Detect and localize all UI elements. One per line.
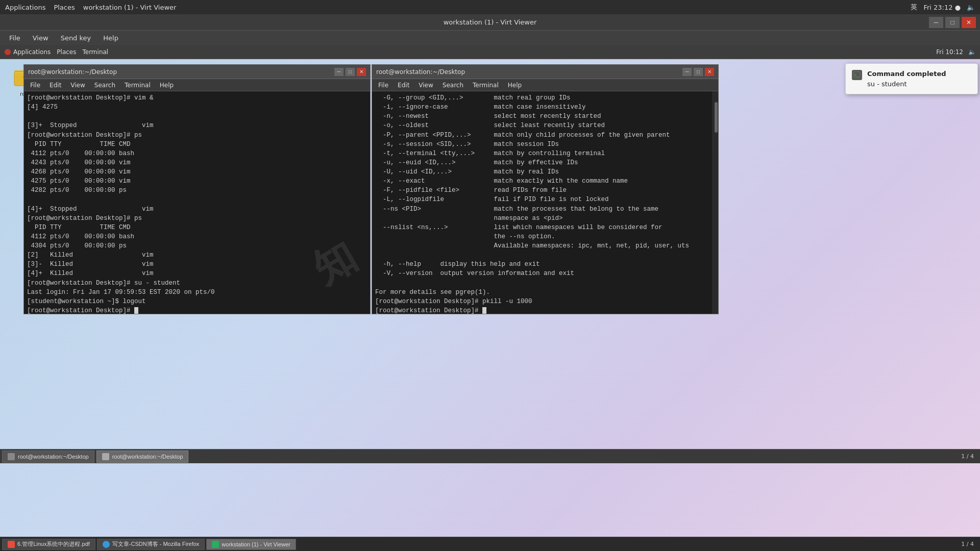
pdf-icon [8, 541, 15, 548]
notification-terminal-icon: >_ [852, 70, 862, 80]
taskbar-btn-terminal2[interactable]: root@workstation:~/Desktop [96, 450, 189, 463]
tmenu-terminal-right[interactable]: Terminal [469, 81, 503, 89]
svg-text:>_: >_ [854, 73, 859, 77]
terminal-controls-right: ─ □ ✕ [682, 68, 714, 76]
tmenu-edit-left[interactable]: Edit [45, 81, 65, 89]
guest-apps-icon-area: Applications [4, 48, 51, 56]
taskbar-terminal2-icon [102, 453, 109, 460]
guest-places[interactable]: Places [57, 48, 76, 56]
close-button[interactable]: ✕ [962, 17, 976, 28]
terminals-container: root@workstation:~/Desktop ─ □ ✕ File Ed… [23, 64, 719, 314]
terminal-body-left[interactable]: [root@workstation Desktop]# vim & [4] 42… [24, 91, 370, 314]
host-taskbar: 6.管理Linux系统中的进程.pdf 写文章-CSDN博客 - Mozilla… [0, 537, 980, 551]
language-indicator: 英 [911, 3, 917, 12]
tmenu-terminal-left[interactable]: Terminal [120, 81, 155, 89]
menu-file[interactable]: File [4, 33, 26, 43]
guest-taskbar-bar: root@workstation:~/Desktop root@workstat… [0, 449, 980, 463]
minimize-button[interactable]: ─ [929, 17, 943, 28]
taskbar-btn-firefox[interactable]: 写文章-CSDN博客 - Mozilla Firefox [97, 539, 205, 550]
firefox-icon [103, 541, 110, 548]
terminal-scroll-area-right: -G, --group <GID,...> match real group I… [372, 91, 718, 314]
terminal-close-left[interactable]: ✕ [357, 68, 366, 76]
desktop-area: root Trash >_ Command completed su - stu… [0, 59, 980, 478]
window-title-text: workstation (1) - Virt Viewer [444, 18, 537, 26]
window-controls: ─ □ ✕ [929, 17, 976, 28]
taskbar-terminal2-label: root@workstation:~/Desktop [112, 454, 183, 460]
tmenu-search-left[interactable]: Search [90, 81, 119, 89]
tmenu-search-right[interactable]: Search [438, 81, 468, 89]
tmenu-help-right[interactable]: Help [504, 81, 526, 89]
maximize-button[interactable]: □ [945, 17, 960, 28]
terminal-titlebar-left: root@workstation:~/Desktop ─ □ ✕ [24, 65, 370, 79]
taskbar-btn-virt-viewer[interactable]: workstation (1) - Virt Viewer [206, 539, 296, 550]
guest-top-left: Applications Places Terminal [4, 48, 108, 56]
clock-sys: Fri 23:12 ● [923, 4, 961, 11]
window-title-bar: workstation (1) - Virt Viewer ─ □ ✕ [0, 14, 980, 31]
virt-viewer-icon [212, 541, 219, 548]
notification-body: su - student [867, 79, 946, 89]
guest-top-right: Fri 10:12 🔈 [936, 48, 976, 56]
tmenu-edit-right[interactable]: Edit [394, 81, 413, 89]
terminal-cursor-right [482, 307, 486, 314]
terminal-titlebar-right: root@workstation:~/Desktop ─ □ ✕ [372, 65, 718, 79]
firefox-btn-label: 写文章-CSDN博客 - Mozilla Firefox [112, 540, 200, 548]
host-page-indicator: 1 / 4 [961, 541, 978, 547]
volume-icon[interactable]: 🔈 [967, 4, 975, 11]
notification-title: Command completed [867, 69, 946, 79]
pdf-btn-label: 6.管理Linux系统中的进程.pdf [17, 540, 90, 548]
svg-point-0 [5, 49, 11, 55]
taskbar-terminal1-label: root@workstation:~/Desktop [18, 454, 89, 460]
menu-help[interactable]: Help [98, 33, 124, 43]
guest-clock: Fri 10:12 [936, 48, 963, 56]
tmenu-help-left[interactable]: Help [156, 81, 178, 89]
taskbar-btn-terminal1[interactable]: root@workstation:~/Desktop [2, 450, 94, 463]
terminal-menubar-right: File Edit View Search Terminal Help [372, 79, 718, 91]
app-menu-places[interactable]: Places [54, 4, 75, 11]
tmenu-file-left[interactable]: File [26, 81, 44, 89]
guest-top-bar: Applications Places Terminal Fri 10:12 🔈 [0, 45, 980, 59]
terminal-content-left: [root@workstation Desktop]# vim & [4] 42… [27, 93, 367, 314]
tmenu-file-right[interactable]: File [374, 81, 393, 89]
terminal-maximize-right[interactable]: □ [694, 68, 703, 76]
guest-volume-icon[interactable]: 🔈 [968, 48, 976, 56]
terminal-title-left: root@workstation:~/Desktop [28, 68, 117, 76]
terminal-scrollbar-right[interactable] [712, 91, 718, 314]
terminal-window-left: root@workstation:~/Desktop ─ □ ✕ File Ed… [23, 64, 371, 314]
system-bar-left: Applications Places workstation (1) - Vi… [5, 4, 176, 11]
notification-text: Command completed su - student [867, 69, 946, 89]
virt-viewer-btn-label: workstation (1) - Virt Viewer [222, 541, 290, 547]
gnome-foot-icon [4, 48, 11, 56]
terminal-window-right: root@workstation:~/Desktop ─ □ ✕ File Ed… [372, 64, 719, 314]
app-menu-applications[interactable]: Applications [5, 4, 45, 11]
menu-send-key[interactable]: Send key [56, 33, 96, 43]
taskbar-btn-pdf[interactable]: 6.管理Linux系统中的进程.pdf [2, 539, 95, 550]
notification-popup: >_ Command completed su - student [845, 63, 978, 94]
tmenu-view-right[interactable]: View [414, 81, 437, 89]
guest-page-indicator: 1 / 4 [961, 453, 978, 460]
terminal-scrollbar-thumb-right[interactable] [715, 102, 718, 133]
guest-terminal[interactable]: Terminal [82, 48, 108, 56]
taskbar-terminal1-icon [8, 453, 15, 460]
terminal-cursor-left [134, 307, 138, 314]
terminal-controls-left: ─ □ ✕ [334, 68, 366, 76]
terminal-close-right[interactable]: ✕ [705, 68, 714, 76]
terminal-menubar-left: File Edit View Search Terminal Help [24, 79, 370, 91]
system-bar: Applications Places workstation (1) - Vi… [0, 0, 980, 14]
tmenu-view-left[interactable]: View [66, 81, 89, 89]
terminal-minimize-left[interactable]: ─ [334, 68, 344, 76]
terminal-maximize-left[interactable]: □ [346, 68, 355, 76]
app-menu-bar: File View Send key Help [0, 31, 980, 45]
menu-view[interactable]: View [28, 33, 54, 43]
system-bar-right: 英 Fri 23:12 ● 🔈 [911, 3, 975, 12]
terminal-minimize-right[interactable]: ─ [682, 68, 692, 76]
terminal-content-right: -G, --group <GID,...> match real group I… [375, 93, 709, 314]
guest-applications[interactable]: Applications [13, 48, 51, 56]
terminal-title-right: root@workstation:~/Desktop [376, 68, 465, 76]
app-window-title-sys: workstation (1) - Virt Viewer [83, 4, 177, 11]
terminal-body-right[interactable]: -G, --group <GID,...> match real group I… [372, 91, 712, 314]
